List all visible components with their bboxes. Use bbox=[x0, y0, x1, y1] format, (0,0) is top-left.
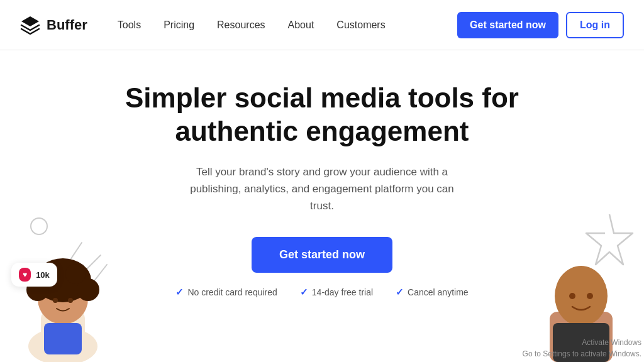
navbar: Buffer Tools Pricing Resources About Cus… bbox=[0, 0, 644, 50]
hero-title: Simpler social media tools for authentic… bbox=[125, 82, 519, 148]
buffer-logo-icon bbox=[20, 15, 40, 35]
navbar-login-button[interactable]: Log in bbox=[566, 12, 624, 38]
svg-point-11 bbox=[53, 298, 58, 303]
navbar-get-started-button[interactable]: Get started now bbox=[457, 12, 558, 38]
hero-section: Simpler social media tools for authentic… bbox=[0, 50, 644, 298]
badge-cancel-anytime: ✓ Cancel anytime bbox=[396, 287, 469, 298]
hero-badges: ✓ No credit card required ✓ 14-day free … bbox=[175, 287, 468, 298]
nav-link-about[interactable]: About bbox=[288, 19, 314, 31]
nav-links: Tools Pricing Resources About Customers bbox=[118, 19, 457, 31]
svg-rect-4 bbox=[41, 312, 85, 356]
nav-link-tools[interactable]: Tools bbox=[118, 19, 141, 31]
nav-link-resources[interactable]: Resources bbox=[217, 19, 265, 31]
nav-link-customers[interactable]: Customers bbox=[336, 19, 385, 31]
svg-point-3 bbox=[28, 327, 97, 362]
hero-get-started-button[interactable]: Get started now bbox=[252, 237, 392, 273]
nav-actions: Get started now Log in bbox=[457, 12, 624, 38]
svg-point-12 bbox=[68, 298, 73, 303]
svg-rect-16 bbox=[553, 323, 609, 362]
nav-link-pricing[interactable]: Pricing bbox=[164, 19, 194, 31]
badge-no-credit-card: ✓ No credit card required bbox=[175, 287, 277, 298]
logo-text: Buffer bbox=[47, 17, 87, 33]
logo[interactable]: Buffer bbox=[20, 15, 87, 35]
svg-rect-13 bbox=[44, 323, 82, 354]
check-icon-3: ✓ bbox=[396, 287, 404, 298]
badge-free-trial: ✓ 14-day free trial bbox=[300, 287, 373, 298]
check-icon-1: ✓ bbox=[175, 287, 184, 298]
hero-subtitle: Tell your brand's story and grow your au… bbox=[177, 163, 467, 215]
windows-watermark: Activate Windows Go to Settings to activ… bbox=[523, 337, 641, 359]
svg-rect-14 bbox=[550, 312, 613, 362]
check-icon-2: ✓ bbox=[300, 287, 308, 298]
